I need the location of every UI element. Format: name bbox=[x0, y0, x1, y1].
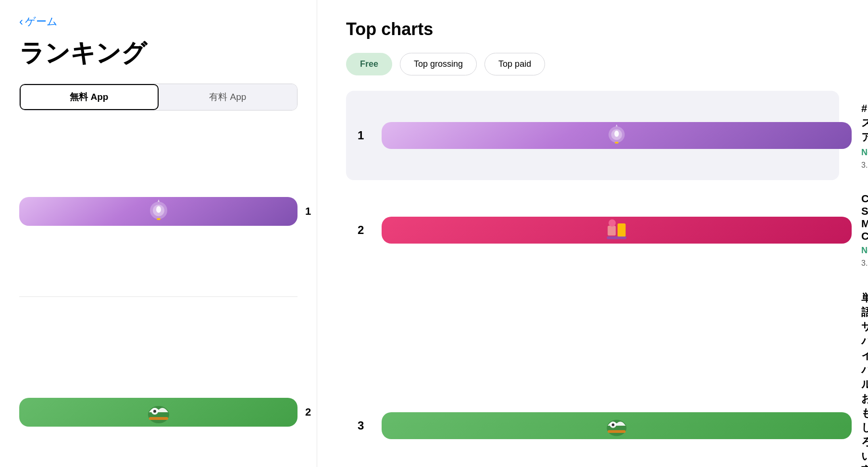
tab-bar: 無料 App 有料 App bbox=[19, 84, 298, 111]
chart-name-3: 単語サバイバル -おもしろい言葉ゲーム- bbox=[861, 291, 868, 467]
chart-icon-compass bbox=[382, 122, 852, 149]
svg-point-2 bbox=[156, 206, 161, 213]
top-charts-title: Top charts bbox=[346, 19, 839, 39]
page-title: ランキング bbox=[19, 37, 298, 70]
chart-icon-tango bbox=[382, 412, 852, 439]
list-item[interactable]: 1 #コンパス ライブアリーナ ミュージック 開く bbox=[19, 126, 298, 297]
svg-marker-20 bbox=[616, 124, 618, 127]
rank-1: 1 bbox=[305, 205, 317, 218]
svg-rect-24 bbox=[607, 236, 626, 239]
chart-item[interactable]: 3 単語サバイバル -おもしろい言葉ゲーム- Word 3.2 ★ bbox=[346, 280, 839, 467]
svg-point-5 bbox=[148, 406, 169, 423]
filter-free[interactable]: Free bbox=[346, 53, 392, 75]
filter-paid[interactable]: Top paid bbox=[484, 53, 545, 75]
svg-point-23 bbox=[608, 220, 616, 227]
back-label: ゲーム bbox=[25, 14, 58, 29]
svg-point-18 bbox=[614, 131, 619, 137]
tab-paid[interactable]: 有料 App bbox=[159, 84, 298, 110]
svg-rect-19 bbox=[615, 142, 618, 144]
app-list: 1 #コンパス ライブアリーナ ミュージック 開く 2 単語サバイバル -暇つぶ bbox=[19, 126, 298, 467]
chart-meta-2: New · Adventure bbox=[861, 246, 868, 256]
svg-point-27 bbox=[612, 423, 615, 426]
chart-rank-3: 3 bbox=[358, 419, 372, 432]
chart-icon-craft bbox=[382, 217, 852, 244]
svg-rect-8 bbox=[149, 417, 168, 420]
chart-list: 1 #コンパス ライブアリーナ New · Music 3.8 bbox=[346, 91, 839, 467]
tab-free[interactable]: 無料 App bbox=[20, 84, 159, 110]
chart-name-2: Craft School: Monster Class bbox=[861, 193, 868, 243]
left-panel: ‹ ゲーム ランキング 無料 App 有料 App 1 #コンパス ライブアリー… bbox=[0, 0, 317, 467]
back-chevron-icon: ‹ bbox=[19, 16, 23, 27]
svg-rect-21 bbox=[608, 226, 616, 236]
rank-2: 2 bbox=[305, 406, 317, 418]
chart-rating-2: 3.8 ★ bbox=[861, 258, 868, 268]
svg-point-25 bbox=[607, 419, 626, 436]
list-item[interactable]: 2 単語サバイバル -暇つぶし脳トレ言葉… 人気のおもしろい謎解き… 入手 bbox=[19, 297, 298, 467]
chart-name-1: #コンパス ライブアリーナ bbox=[861, 101, 868, 145]
chart-item[interactable]: 2 Craft School: Monster Class New · Adve… bbox=[346, 182, 839, 278]
app-icon-tango bbox=[19, 398, 298, 427]
right-panel: Top charts Free Top grossing Top paid 1 … bbox=[317, 0, 868, 467]
rating-value-1: 3.8 bbox=[861, 161, 868, 170]
app-icon-compass bbox=[19, 197, 298, 226]
svg-marker-4 bbox=[158, 199, 160, 202]
chart-info-1: #コンパス ライブアリーナ New · Music 3.8 ★ bbox=[861, 101, 868, 170]
filter-bar: Free Top grossing Top paid bbox=[346, 53, 839, 75]
chart-rank-2: 2 bbox=[358, 223, 372, 237]
chart-rank-1: 1 bbox=[358, 129, 372, 142]
svg-point-7 bbox=[153, 410, 156, 413]
svg-rect-22 bbox=[618, 223, 626, 237]
rating-value-2: 3.8 bbox=[861, 259, 868, 268]
chart-meta-1: New · Music bbox=[861, 147, 868, 158]
chart-info-2: Craft School: Monster Class New · Advent… bbox=[861, 193, 868, 268]
new-badge-2: New bbox=[861, 246, 868, 256]
svg-rect-3 bbox=[157, 218, 161, 220]
chart-rating-1: 3.8 ★ bbox=[861, 160, 868, 170]
back-link[interactable]: ‹ ゲーム bbox=[19, 14, 298, 29]
new-badge-1: New bbox=[861, 147, 868, 158]
chart-info-3: 単語サバイバル -おもしろい言葉ゲーム- Word 3.2 ★ bbox=[861, 291, 868, 467]
svg-rect-28 bbox=[608, 430, 625, 433]
chart-item[interactable]: 1 #コンパス ライブアリーナ New · Music 3.8 bbox=[346, 91, 839, 180]
filter-grossing[interactable]: Top grossing bbox=[400, 53, 477, 75]
